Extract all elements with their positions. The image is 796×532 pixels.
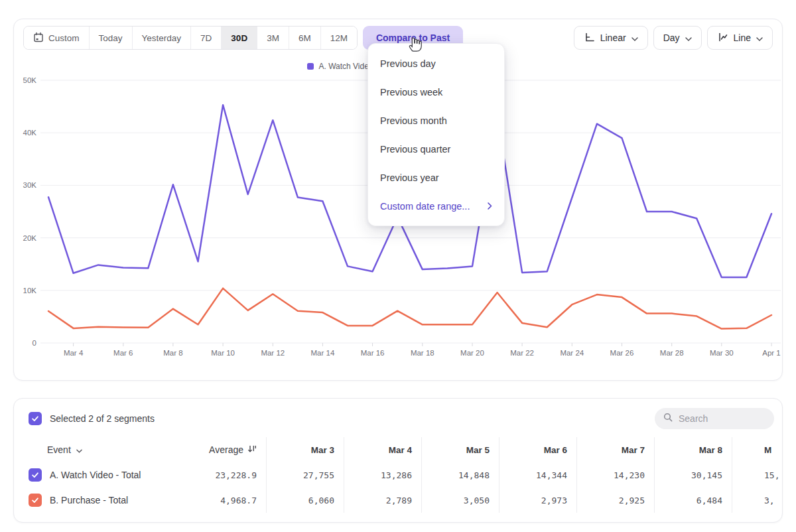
interval-select[interactable]: Day [653, 26, 702, 50]
y-axis-tick-label: 50K [23, 76, 37, 84]
linear-axis-icon [584, 32, 595, 44]
y-axis-tick-label: 20K [23, 234, 37, 242]
y-axis-tick-label: 40K [23, 129, 37, 137]
menu-item-previous-month[interactable]: Previous month [368, 106, 504, 135]
day-value: 6,060 [308, 496, 334, 505]
date-range-group: CustomTodayYesterday7D30D3M6M12M [23, 26, 358, 50]
segment-checkbox[interactable] [29, 494, 42, 507]
day-value: 30,145 [691, 470, 722, 480]
menu-item-previous-day[interactable]: Previous day [368, 49, 504, 78]
average-value: 23,228.9 [215, 470, 257, 480]
custom-range-label: Custom date range... [380, 201, 470, 212]
scale-label: Linear [600, 33, 626, 43]
day-value: 14,848 [458, 470, 490, 480]
range-label: 6M [298, 33, 311, 43]
calendar-icon [33, 32, 44, 44]
day-value: 2,789 [386, 496, 412, 505]
day-value: 13,286 [381, 470, 412, 480]
y-axis-tick-label: 10K [23, 287, 37, 295]
chevron-right-icon [488, 201, 492, 212]
segment-cell: A. Watch Video - Total [29, 468, 178, 482]
average-value: 4,968.7 [220, 496, 257, 505]
day-value: 27,755 [303, 470, 334, 480]
event-header-label: Event [47, 444, 71, 455]
range-button-12m[interactable]: 12M [320, 27, 357, 49]
range-button-yesterday[interactable]: Yesterday [132, 27, 191, 49]
menu-item-previous-quarter[interactable]: Previous quarter [368, 135, 504, 163]
chevron-down-icon [756, 33, 763, 43]
x-axis-tick-label: Mar 18 [411, 349, 434, 357]
chart-type-label: Line [734, 33, 751, 43]
day-value: 2,925 [619, 496, 645, 505]
chevron-down-icon [685, 33, 692, 43]
day-column-header[interactable]: Mar 6 [499, 437, 576, 462]
day-column-header[interactable]: Mar 5 [421, 437, 499, 462]
y-axis-tick-label: 0 [33, 339, 36, 347]
x-axis-tick-label: Mar 24 [560, 349, 584, 357]
segment-label: A. Watch Video - Total [50, 470, 141, 480]
day-column-header[interactable]: Mar 4 [344, 437, 421, 462]
range-button-3m[interactable]: 3M [257, 27, 289, 49]
partial-day-value: 3, [764, 496, 775, 505]
chevron-down-icon [631, 33, 638, 43]
chart-card: CustomTodayYesterday7D30D3M6M12M Compare… [13, 19, 783, 381]
day-column-header[interactable]: Mar 8 [654, 437, 732, 462]
x-axis-tick-label: Mar 20 [460, 349, 484, 357]
sort-descending-icon [247, 444, 257, 455]
selected-segments-label: Selected 2 of 2 segments [50, 413, 155, 424]
day-value: 14,230 [614, 470, 645, 480]
range-label: 7D [200, 33, 212, 43]
x-axis-tick-label: Mar 30 [710, 349, 734, 357]
segments-table-card: Selected 2 of 2 segments Event Average [13, 398, 783, 523]
series-line-purchase[interactable] [48, 289, 771, 329]
range-label: 12M [330, 33, 348, 43]
range-button-30d[interactable]: 30D [221, 27, 257, 49]
range-label: Today [99, 33, 123, 43]
chevron-down-icon [76, 444, 82, 455]
day-value: 3,050 [464, 496, 490, 505]
chart-type-select[interactable]: Line [707, 26, 773, 50]
search-icon [663, 412, 673, 425]
day-value: 6,484 [696, 496, 722, 505]
x-axis-tick-label: Mar 4 [64, 349, 84, 357]
x-axis-tick-label: Mar 8 [163, 349, 182, 357]
line-chart-icon [717, 32, 728, 44]
search-box[interactable] [655, 408, 774, 429]
day-value: 2,973 [541, 496, 567, 505]
scale-select[interactable]: Linear [574, 26, 648, 50]
select-all-checkbox[interactable] [29, 412, 42, 425]
day-value: 14,344 [536, 470, 567, 480]
segment-checkbox[interactable] [29, 468, 42, 482]
partial-column-header: M [732, 437, 783, 462]
x-axis-tick-label: Mar 28 [660, 349, 684, 357]
range-button-6m[interactable]: 6M [289, 27, 320, 49]
range-button-7d[interactable]: 7D [190, 27, 221, 49]
menu-item-previous-year[interactable]: Previous year [368, 163, 504, 192]
interval-label: Day [663, 33, 680, 43]
day-column-header[interactable]: Mar 7 [576, 437, 654, 462]
x-axis-tick-label: Mar 6 [113, 349, 133, 357]
range-button-custom[interactable]: Custom [24, 27, 89, 49]
event-column-header[interactable]: Event [29, 444, 178, 455]
menu-item-custom-date-range[interactable]: Custom date range... [368, 192, 504, 220]
segment-cell: B. Purchase - Total [29, 494, 178, 507]
x-axis-tick-label: Apr 1 [762, 349, 781, 357]
table-row: A. Watch Video - Total23,228.927,75513,2… [14, 462, 782, 488]
x-axis-tick-label: Mar 16 [361, 349, 385, 357]
partial-day-value: 15, [764, 470, 779, 480]
range-label: 30D [231, 33, 247, 43]
legend-swatch [307, 63, 314, 70]
search-input[interactable] [679, 413, 765, 424]
table-header-row: Event Average Mar 3Mar 4Mar 5Mar 6Mar 7M… [14, 437, 782, 462]
average-column-header[interactable]: Average [178, 444, 266, 455]
segments-header: Selected 2 of 2 segments [29, 407, 774, 431]
x-axis-tick-label: Mar 10 [211, 349, 235, 357]
day-column-header[interactable]: Mar 3 [266, 437, 344, 462]
range-label: 3M [267, 33, 279, 43]
range-button-today[interactable]: Today [89, 27, 132, 49]
y-axis-tick-label: 30K [23, 181, 37, 189]
range-label: Yesterday [142, 33, 182, 43]
table-row: B. Purchase - Total4,968.76,0602,7893,05… [14, 488, 782, 513]
menu-item-previous-week[interactable]: Previous week [368, 78, 504, 106]
x-axis-tick-label: Mar 26 [610, 349, 634, 357]
